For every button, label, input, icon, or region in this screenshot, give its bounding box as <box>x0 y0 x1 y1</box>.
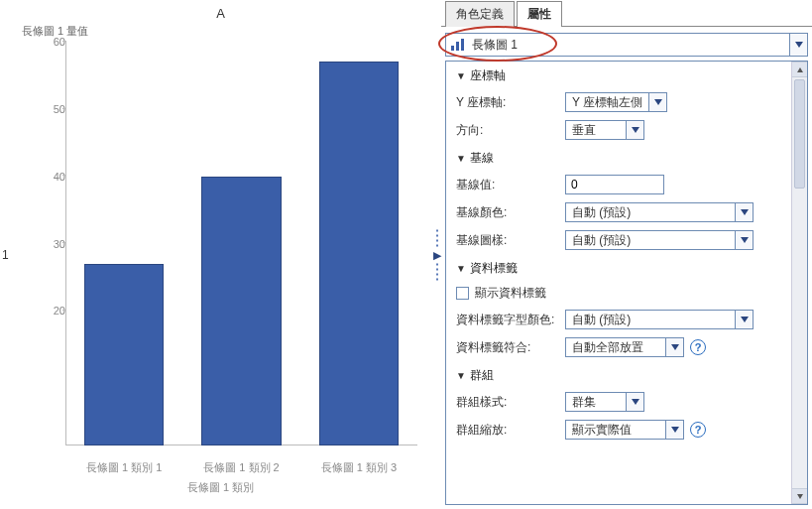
chevron-down-icon <box>632 399 639 405</box>
section-group: ▼群組 群組樣式: 群集 群組縮放: 顯示實際值 ? <box>456 367 781 440</box>
plot-selector-dropdown[interactable] <box>789 34 807 56</box>
show-data-label-text: 顯示資料標籤 <box>475 285 546 302</box>
chart-bar <box>182 42 299 445</box>
section-baseline: ▼基線 基線值: 基線顏色: 自動 (預設) 基線圖樣: 自動 (預設) <box>456 150 781 250</box>
section-group-title: 群組 <box>470 367 494 384</box>
chart-y-axis: 2030405060 <box>46 42 65 445</box>
y-axis-label: Y 座標軸: <box>456 94 565 111</box>
chevron-down-icon <box>741 317 749 322</box>
bar-chart-icon <box>450 38 466 52</box>
baseline-pattern-combo[interactable]: 自動 (預設) <box>565 230 754 250</box>
data-label-fit-combo[interactable]: 自動全部放置 <box>565 337 684 357</box>
scroll-track[interactable] <box>792 77 807 488</box>
chart-area: A 長條圖 1 量值 1 2030405060 長條圖 1 類別 1長條圖 1 … <box>0 0 441 509</box>
section-data-label-title: 資料標籤 <box>470 260 518 277</box>
chevron-up-icon <box>797 67 803 72</box>
plot-selector-label: 長條圖 1 <box>470 37 789 54</box>
chevron-down-icon <box>671 344 679 350</box>
scroll-thumb[interactable] <box>794 79 805 189</box>
chart-bars <box>65 42 417 445</box>
data-label-font-color-combo-btn[interactable] <box>735 311 753 328</box>
x-label: 長條圖 1 類別 2 <box>182 460 299 475</box>
direction-combo-btn[interactable] <box>626 121 643 139</box>
scrollbar[interactable] <box>791 62 807 504</box>
data-label-font-color-value: 自動 (預設) <box>566 312 735 328</box>
baseline-color-combo-btn[interactable] <box>735 203 753 221</box>
y-tick: 30 <box>54 238 65 250</box>
properties-panel: ▶ 角色定義 屬性 長條圖 1 ▼座標軸 Y 座標軸: Y 座標軸左 <box>441 0 812 509</box>
svg-rect-1 <box>456 42 459 51</box>
chevron-down-icon <box>741 209 749 215</box>
baseline-value-label: 基線值: <box>456 177 565 193</box>
help-icon[interactable]: ? <box>690 339 706 355</box>
y-tick: 50 <box>54 103 65 115</box>
section-data-label-header[interactable]: ▼資料標籤 <box>456 260 781 277</box>
chart-row-index: 1 <box>2 248 9 262</box>
tabs: 角色定義 屬性 <box>441 0 812 27</box>
baseline-color-value: 自動 (預設) <box>566 204 735 221</box>
data-label-font-color-label: 資料標籤字型顏色: <box>456 312 565 328</box>
y-axis-combo-btn[interactable] <box>648 93 666 111</box>
chart-bar <box>65 42 182 445</box>
panel-scroll: ▼座標軸 Y 座標軸: Y 座標軸左側 方向: 垂直 ▼基線 基線值: <box>446 62 791 504</box>
chart-x-labels: 長條圖 1 類別 1長條圖 1 類別 2長條圖 1 類別 3 <box>65 460 417 475</box>
chart-x-axis-title: 長條圖 1 類別 <box>0 480 441 495</box>
chart-plot: 2030405060 <box>46 42 417 445</box>
section-axis: ▼座標軸 Y 座標軸: Y 座標軸左側 方向: 垂直 <box>456 67 781 140</box>
svg-rect-2 <box>461 39 464 51</box>
chart-bar <box>300 42 417 445</box>
baseline-pattern-value: 自動 (預設) <box>566 232 735 249</box>
chevron-down-icon <box>795 42 803 48</box>
chevron-down-icon <box>654 99 662 105</box>
section-baseline-header[interactable]: ▼基線 <box>456 150 781 167</box>
y-tick: 60 <box>54 36 65 48</box>
x-label: 長條圖 1 類別 1 <box>65 460 182 475</box>
y-tick: 20 <box>54 305 65 317</box>
baseline-color-label: 基線顏色: <box>456 204 565 221</box>
scroll-down-button[interactable] <box>792 488 807 504</box>
plot-selector[interactable]: 長條圖 1 <box>445 33 808 57</box>
direction-value: 垂直 <box>566 122 626 139</box>
section-data-label: ▼資料標籤 顯示資料標籤 資料標籤字型顏色: 自動 (預設) 資料標籤符合: 自… <box>456 260 781 357</box>
data-label-font-color-combo[interactable]: 自動 (預設) <box>565 310 754 329</box>
group-scale-value: 顯示實際值 <box>566 422 665 439</box>
baseline-pattern-label: 基線圖樣: <box>456 232 565 249</box>
chevron-down-icon <box>741 237 749 243</box>
baseline-color-combo[interactable]: 自動 (預設) <box>565 202 754 222</box>
show-data-label-checkbox[interactable]: 顯示資料標籤 <box>456 285 546 302</box>
scroll-up-button[interactable] <box>792 62 807 77</box>
chart-title: A <box>0 0 441 21</box>
tab-roles-def[interactable]: 角色定義 <box>445 1 515 27</box>
group-scale-combo-btn[interactable] <box>665 421 683 439</box>
tab-properties[interactable]: 屬性 <box>517 1 562 27</box>
baseline-pattern-combo-btn[interactable] <box>735 231 753 249</box>
chevron-down-icon <box>797 494 803 499</box>
panel-body: ▼座標軸 Y 座標軸: Y 座標軸左側 方向: 垂直 ▼基線 基線值: <box>445 61 808 505</box>
group-style-value: 群集 <box>566 394 626 411</box>
data-label-fit-combo-btn[interactable] <box>665 338 683 356</box>
direction-label: 方向: <box>456 122 565 139</box>
group-scale-combo[interactable]: 顯示實際值 <box>565 420 684 440</box>
section-axis-title: 座標軸 <box>470 67 506 84</box>
x-label: 長條圖 1 類別 3 <box>300 460 417 475</box>
section-baseline-title: 基線 <box>470 150 494 167</box>
group-style-label: 群組樣式: <box>456 394 565 411</box>
splitter-handle[interactable]: ▶ <box>433 229 441 280</box>
section-axis-header[interactable]: ▼座標軸 <box>456 67 781 84</box>
group-scale-label: 群組縮放: <box>456 422 565 439</box>
y-axis-combo[interactable]: Y 座標軸左側 <box>565 92 667 112</box>
help-icon[interactable]: ? <box>690 422 706 438</box>
checkbox-box <box>456 287 469 300</box>
baseline-value-input[interactable] <box>565 175 664 194</box>
data-label-fit-label: 資料標籤符合: <box>456 339 565 356</box>
group-style-combo[interactable]: 群集 <box>565 392 644 412</box>
chevron-down-icon <box>632 127 639 133</box>
y-tick: 40 <box>54 171 65 183</box>
direction-combo[interactable]: 垂直 <box>565 120 644 140</box>
section-group-header[interactable]: ▼群組 <box>456 367 781 384</box>
group-style-combo-btn[interactable] <box>626 393 643 411</box>
y-axis-value: Y 座標軸左側 <box>566 94 648 111</box>
svg-rect-0 <box>451 46 454 51</box>
data-label-fit-value: 自動全部放置 <box>566 339 665 356</box>
chevron-down-icon <box>671 427 679 433</box>
